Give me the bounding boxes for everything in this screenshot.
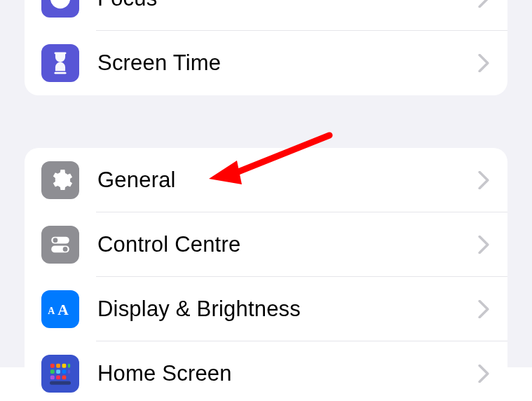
svg-text:A: A	[48, 306, 55, 316]
svg-rect-17	[56, 376, 60, 380]
svg-rect-0	[55, 52, 67, 54]
row-general[interactable]: General	[25, 148, 507, 212]
svg-rect-1	[55, 72, 67, 74]
svg-rect-19	[50, 381, 71, 385]
chevron-right-icon	[478, 365, 489, 383]
screen-time-label: Screen Time	[97, 50, 478, 76]
row-display-brightness[interactable]: A A Display & Brightness	[25, 277, 507, 341]
chevron-right-icon	[478, 300, 489, 318]
home-screen-label: Home Screen	[97, 361, 478, 386]
svg-rect-18	[62, 376, 67, 380]
settings-group-1: Focus Screen Time	[25, 0, 507, 95]
chevron-right-icon	[478, 54, 489, 72]
settings-group-2: General Control Centre	[25, 148, 507, 401]
svg-point-3	[53, 238, 58, 243]
row-focus[interactable]: Focus	[25, 0, 507, 31]
svg-rect-13	[56, 369, 60, 374]
row-control-centre[interactable]: Control Centre	[25, 212, 507, 277]
display-icon: A A	[41, 290, 79, 328]
row-home-screen[interactable]: Home Screen	[25, 341, 507, 401]
general-icon	[41, 161, 79, 199]
general-label: General	[97, 168, 478, 193]
svg-rect-12	[50, 369, 55, 374]
display-brightness-label: Display & Brightness	[97, 297, 478, 322]
svg-rect-9	[56, 364, 60, 368]
svg-rect-8	[50, 364, 55, 368]
svg-rect-10	[62, 364, 67, 368]
svg-rect-16	[50, 376, 55, 380]
chevron-right-icon	[478, 171, 489, 189]
svg-point-5	[63, 247, 68, 252]
svg-rect-14	[62, 369, 67, 374]
focus-icon	[41, 0, 79, 18]
chevron-right-icon	[478, 0, 489, 8]
focus-label: Focus	[97, 0, 478, 11]
screentime-icon	[41, 44, 79, 82]
controlcentre-icon	[41, 226, 79, 264]
settings-screen: Focus Screen Time	[0, 0, 532, 367]
svg-text:A: A	[57, 301, 69, 318]
svg-rect-15	[68, 369, 70, 374]
chevron-right-icon	[478, 236, 489, 254]
homescreen-icon	[41, 355, 79, 393]
control-centre-label: Control Centre	[97, 232, 478, 257]
row-screen-time[interactable]: Screen Time	[25, 31, 507, 95]
svg-rect-11	[68, 364, 70, 368]
